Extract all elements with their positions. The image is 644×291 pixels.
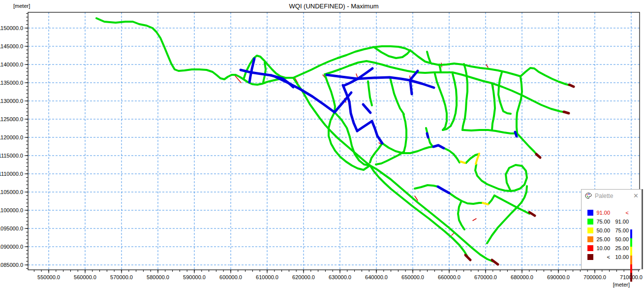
x-tick-label: 630000.0 bbox=[329, 274, 351, 280]
x-tick-label: 570000.0 bbox=[110, 274, 133, 280]
network-segment-green bbox=[488, 195, 494, 204]
palette-row[interactable]: 25.0050.00 bbox=[582, 235, 642, 244]
palette-upper-bound: < bbox=[610, 210, 629, 216]
network-segment-green bbox=[376, 152, 404, 164]
palette-titlebar[interactable]: Palette ✕ bbox=[582, 190, 642, 202]
palette-row[interactable]: 75.0091.00 bbox=[582, 217, 642, 226]
color-swatch bbox=[587, 227, 593, 233]
palette-bar-segment bbox=[630, 256, 632, 264]
network-segment-green bbox=[427, 52, 430, 63]
network-segment-darkred bbox=[569, 85, 574, 87]
y-tick-label: 1125000.0 bbox=[0, 116, 23, 122]
network-segment-green bbox=[96, 18, 224, 79]
x-tick-label: 580000.0 bbox=[147, 274, 169, 280]
palette-color-bar bbox=[630, 229, 632, 282]
network-segment-blue bbox=[363, 104, 370, 113]
palette-row[interactable]: <10.00 bbox=[582, 253, 642, 261]
palette-bar-segment bbox=[630, 247, 632, 256]
map-plot-area[interactable]: 550000.0560000.0570000.0580000.0590000.0… bbox=[0, 0, 644, 291]
y-tick-label: 1110000.0 bbox=[0, 171, 23, 177]
color-swatch bbox=[587, 219, 593, 225]
network-segment-green bbox=[370, 143, 382, 162]
palette-title: Palette bbox=[595, 193, 633, 199]
x-tick-label: 700000.0 bbox=[583, 274, 606, 280]
color-swatch bbox=[587, 236, 593, 242]
palette-rows: 91.00<75.0091.0050.0075.0025.0050.0010.0… bbox=[582, 208, 642, 261]
color-swatch bbox=[587, 245, 593, 251]
palette-bar-segment bbox=[630, 229, 632, 238]
close-icon[interactable]: ✕ bbox=[633, 193, 639, 199]
app-canvas: { "chart": { "title": "WQI (UNDEFINED) -… bbox=[0, 0, 644, 291]
palette-bar-segment bbox=[630, 238, 632, 247]
palette-lower-bound: 25.00 bbox=[593, 236, 610, 242]
network-segment-green bbox=[521, 186, 527, 202]
river-network bbox=[96, 18, 574, 264]
network-segment-green bbox=[492, 83, 495, 130]
network-segment-blue bbox=[345, 79, 358, 85]
network-segment-green bbox=[263, 63, 266, 82]
network-segment-blue bbox=[372, 121, 382, 143]
y-tick-label: 1150000.0 bbox=[0, 25, 23, 31]
network-segment-green bbox=[458, 201, 464, 229]
network-segment-darkred bbox=[465, 255, 470, 260]
network-segment-yellow bbox=[483, 203, 488, 204]
palette-row[interactable]: 10.0025.00 bbox=[582, 244, 642, 253]
network-segment-blue bbox=[427, 133, 428, 137]
network-segment-green bbox=[415, 185, 438, 189]
y-tick-label: 1105000.0 bbox=[0, 189, 23, 195]
y-tick-label: 1135000.0 bbox=[0, 80, 23, 86]
x-tick-label: 690000.0 bbox=[547, 274, 570, 280]
palette-lower-bound: 10.00 bbox=[593, 245, 610, 251]
network-segment-darkred bbox=[564, 112, 569, 113]
x-tick-label: 550000.0 bbox=[37, 274, 60, 280]
network-segment-green bbox=[382, 143, 433, 153]
network-segment-blue bbox=[515, 132, 517, 136]
palette-lower-bound: 75.00 bbox=[593, 219, 610, 225]
network-segment-green bbox=[449, 193, 483, 204]
network-segment-blue bbox=[433, 145, 444, 148]
network-segment-blue bbox=[357, 121, 372, 131]
x-tick-label: 620000.0 bbox=[292, 274, 315, 280]
y-tick-label: 1085000.0 bbox=[0, 262, 23, 268]
network-segment-green bbox=[462, 74, 467, 130]
network-segment-darkred bbox=[529, 212, 535, 216]
palette-bar-segment bbox=[630, 273, 632, 282]
network-segment-green bbox=[498, 72, 511, 114]
plot-canvas: WQI (UNDEFINED) - Maximum [meter] [meter… bbox=[0, 0, 644, 291]
network-segment-green bbox=[506, 165, 527, 191]
y-tick-label: 1145000.0 bbox=[0, 43, 23, 49]
y-tick-label: 1115000.0 bbox=[0, 153, 23, 159]
network-segment-darkred bbox=[536, 154, 540, 158]
network-segment-green bbox=[439, 65, 441, 72]
x-tick-label: 670000.0 bbox=[474, 274, 497, 280]
palette-upper-bound: 10.00 bbox=[610, 254, 629, 260]
network-segment-green bbox=[435, 74, 447, 130]
y-tick-label: 1095000.0 bbox=[0, 226, 23, 231]
network-segment-green bbox=[390, 78, 404, 114]
network-segment-green bbox=[370, 165, 493, 261]
palette-upper-bound: 50.00 bbox=[610, 236, 629, 242]
network-segment-green bbox=[293, 46, 405, 78]
palette-row[interactable]: 91.00< bbox=[582, 208, 642, 217]
x-tick-label: 600000.0 bbox=[219, 274, 242, 280]
network-segment-green bbox=[487, 202, 521, 243]
network-segment-blue bbox=[410, 80, 434, 88]
y-tick-label: 1100000.0 bbox=[0, 207, 23, 213]
network-segment-blue bbox=[327, 75, 358, 79]
network-segment-green bbox=[517, 133, 537, 155]
x-tick-label: 640000.0 bbox=[365, 274, 388, 280]
palette-lower-bound: 91.00 bbox=[593, 210, 610, 216]
x-tick-label: 610000.0 bbox=[256, 274, 278, 280]
color-swatch bbox=[587, 210, 593, 216]
network-segment-blue bbox=[358, 77, 410, 80]
network-segment-green bbox=[368, 81, 372, 105]
network-segment-green bbox=[403, 114, 406, 152]
color-swatch bbox=[587, 254, 593, 260]
network-segment-blue bbox=[349, 101, 357, 131]
network-segment-blue bbox=[410, 82, 412, 94]
palette-icon bbox=[585, 193, 592, 199]
palette-upper-bound: 75.00 bbox=[610, 227, 629, 233]
palette-row[interactable]: 50.0075.00 bbox=[582, 226, 642, 235]
network-segment-red bbox=[473, 219, 476, 221]
palette-lower-bound: 50.00 bbox=[593, 227, 610, 233]
